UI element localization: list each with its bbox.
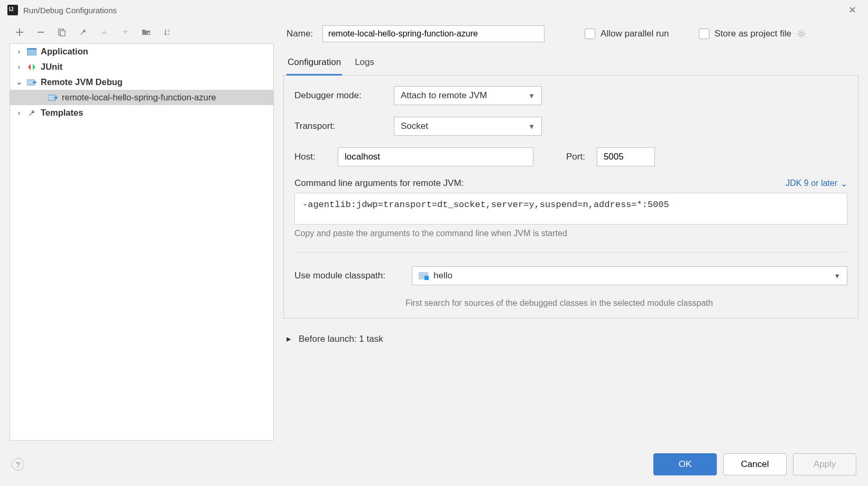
cmd-hint: Copy and paste the arguments to the comm… xyxy=(294,229,847,238)
transport-value: Socket xyxy=(401,121,428,132)
tree-label: JUnit xyxy=(41,62,62,72)
module-classpath-label: Use module classpath: xyxy=(294,270,400,281)
configuration-panel: Debugger mode: Attach to remote JVM ▼ Tr… xyxy=(283,76,858,319)
tree-label: Application xyxy=(41,46,88,57)
sort-icon[interactable]: az xyxy=(162,26,173,38)
svg-text:a: a xyxy=(168,29,170,32)
sidebar: az › Application › JUnit ⌄ Remote JVM De… xyxy=(10,23,274,441)
main-panel: Name: Allow parallel run Store as projec… xyxy=(283,23,858,441)
folder-icon[interactable] xyxy=(141,26,152,38)
host-input[interactable] xyxy=(338,147,533,166)
chevron-down-icon: ▼ xyxy=(528,123,535,130)
module-value: hello xyxy=(433,270,453,281)
debugger-mode-value: Attach to remote JVM xyxy=(401,90,487,101)
module-hint: First search for sources of the debugged… xyxy=(405,297,775,310)
add-icon[interactable] xyxy=(14,26,25,38)
cancel-button[interactable]: Cancel xyxy=(723,453,787,475)
remote-debug-icon xyxy=(27,78,36,87)
allow-parallel-label: Allow parallel run xyxy=(601,29,669,39)
sidebar-toolbar: az xyxy=(10,23,274,43)
apply-button[interactable]: Apply xyxy=(793,453,856,475)
svg-rect-1 xyxy=(60,31,65,36)
chevron-right-icon: › xyxy=(15,48,23,55)
cmd-args-box[interactable]: -agentlib:jdwp=transport=dt_socket,serve… xyxy=(294,193,847,225)
move-up-icon[interactable] xyxy=(98,26,110,38)
copy-icon[interactable] xyxy=(56,26,68,38)
tree-label: Remote JVM Debug xyxy=(41,77,123,87)
svg-rect-5 xyxy=(27,48,36,50)
remove-icon[interactable] xyxy=(35,26,47,38)
debugger-mode-combo[interactable]: Attach to remote JVM ▼ xyxy=(394,86,542,105)
chevron-right-icon: › xyxy=(15,63,23,71)
host-label: Host: xyxy=(294,152,326,162)
store-as-file-checkbox[interactable] xyxy=(699,29,709,39)
svg-point-8 xyxy=(800,32,803,35)
debugger-mode-label: Debugger mode: xyxy=(294,90,382,101)
footer: ? OK Cancel Apply xyxy=(0,446,868,486)
jdk-version-select[interactable]: JDK 9 or later ⌄ xyxy=(786,179,847,189)
window-title: Run/Debug Configurations xyxy=(23,6,117,15)
transport-combo[interactable]: Socket ▼ xyxy=(394,117,542,136)
transport-label: Transport: xyxy=(294,121,382,132)
name-input[interactable] xyxy=(322,25,544,42)
gear-icon[interactable] xyxy=(797,29,806,39)
chevron-down-icon: ⌄ xyxy=(841,179,847,189)
chevron-right-icon: › xyxy=(15,109,23,117)
module-icon xyxy=(419,272,428,279)
port-input[interactable] xyxy=(597,147,655,166)
name-label: Name: xyxy=(287,29,313,39)
tree-item-remote-jvm[interactable]: ⌄ Remote JVM Debug xyxy=(10,74,273,90)
application-icon xyxy=(27,47,36,57)
run-debug-dialog: Run/Debug Configurations ✕ az › Applicat… xyxy=(0,0,868,486)
config-tree: › Application › JUnit ⌄ Remote JVM Debug… xyxy=(10,43,274,441)
chevron-down-icon: ▼ xyxy=(528,92,535,100)
chevron-down-icon: ⌄ xyxy=(15,78,23,86)
tree-label: Templates xyxy=(41,108,83,118)
chevron-down-icon: ▼ xyxy=(834,272,841,280)
module-classpath-combo[interactable]: hello ▼ xyxy=(412,266,847,285)
tree-item-junit[interactable]: › JUnit xyxy=(10,59,273,74)
junit-icon xyxy=(27,62,36,72)
jdk-label: JDK 9 or later xyxy=(786,179,837,188)
tree-item-application[interactable]: › Application xyxy=(10,44,273,59)
before-launch-section[interactable]: ▸ Before launch: 1 task xyxy=(283,319,858,344)
tree-label: remote-local-hello-spring-function-azure xyxy=(62,92,216,102)
tree-item-remote-config[interactable]: remote-local-hello-spring-function-azure xyxy=(10,90,273,105)
remote-debug-icon xyxy=(48,93,58,102)
port-label: Port: xyxy=(566,152,585,162)
move-down-icon[interactable] xyxy=(119,26,131,38)
tree-item-templates[interactable]: › Templates xyxy=(10,105,273,120)
tab-logs[interactable]: Logs xyxy=(354,52,375,75)
intellij-icon xyxy=(7,5,18,15)
store-as-file-label: Store as project file xyxy=(715,29,792,39)
separator xyxy=(294,252,847,253)
chevron-right-icon: ▸ xyxy=(287,333,291,344)
svg-text:z: z xyxy=(168,32,170,36)
tab-configuration[interactable]: Configuration xyxy=(287,52,342,76)
titlebar: Run/Debug Configurations ✕ xyxy=(0,0,868,20)
close-icon[interactable]: ✕ xyxy=(844,4,861,16)
cmd-args-label: Command line arguments for remote JVM: xyxy=(294,178,464,189)
before-launch-label: Before launch: 1 task xyxy=(299,334,383,344)
tabs: Configuration Logs xyxy=(283,52,858,76)
ok-button[interactable]: OK xyxy=(653,453,717,475)
wrench-icon xyxy=(27,108,36,118)
help-icon[interactable]: ? xyxy=(12,458,24,471)
allow-parallel-checkbox[interactable] xyxy=(585,29,595,39)
wrench-icon[interactable] xyxy=(77,26,89,38)
